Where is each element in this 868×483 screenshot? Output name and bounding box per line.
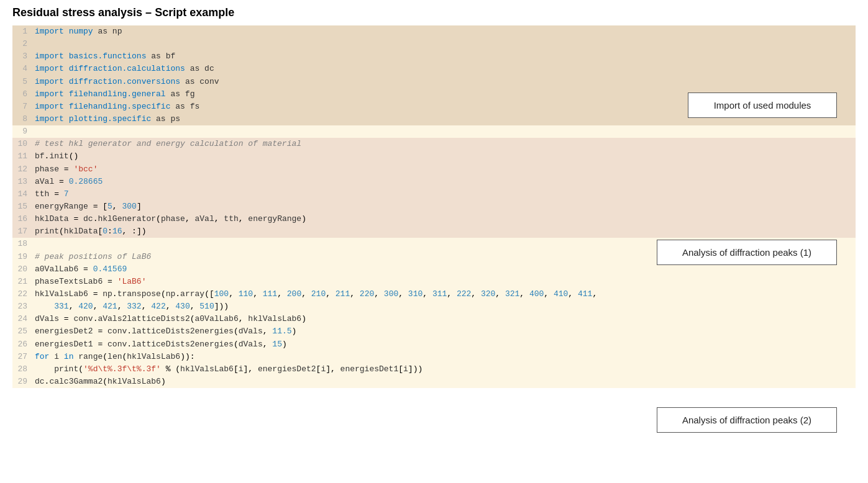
line-code: dc.calc3Gamma2(hklValsLab6): [32, 376, 856, 388]
annotation-analysis2: Analysis of diffraction peaks (2): [657, 407, 837, 433]
line-number: 13: [12, 176, 32, 188]
table-row: 2: [12, 38, 856, 50]
line-code: hklData = dc.hklGenerator(phase, aVal, t…: [32, 213, 856, 225]
table-row: 29dc.calc3Gamma2(hklValsLab6): [12, 376, 856, 388]
table-row: 23 331, 420, 421, 332, 422, 430, 510])): [12, 300, 856, 313]
line-code: phaseTextsLab6 = 'LaB6': [32, 276, 856, 288]
line-code: bf.init(): [32, 150, 856, 163]
line-code: energiesDet2 = conv.latticeDists2energie…: [32, 325, 856, 338]
line-number: 3: [12, 50, 32, 63]
table-row: 11bf.init(): [12, 150, 856, 163]
code-table: 1import numpy as np2 3import basics.func…: [12, 25, 856, 388]
line-code: import diffraction.conversions as conv: [32, 76, 856, 88]
table-row: 3import basics.functions as bf: [12, 50, 856, 63]
line-number: 14: [12, 188, 32, 201]
table-row: 26energiesDet1 = conv.latticeDists2energ…: [12, 338, 856, 351]
line-number: 19: [12, 251, 32, 263]
line-number: 9: [12, 125, 32, 138]
table-row: 1import numpy as np: [12, 25, 856, 38]
line-number: 21: [12, 276, 32, 288]
table-row: 17print(hklData[0:16, :]): [12, 225, 856, 238]
line-code: phase = 'bcc': [32, 163, 856, 176]
table-row: 28 print('%d\t%.3f\t%.3f' % (hklValsLab6…: [12, 363, 856, 376]
line-number: 7: [12, 101, 32, 113]
line-code: import numpy as np: [32, 25, 856, 38]
page-title: Residual stress analysis – Script exampl…: [12, 6, 856, 19]
line-code: [32, 125, 856, 138]
line-number: 2: [12, 38, 32, 50]
table-row: 16hklData = dc.hklGenerator(phase, aVal,…: [12, 213, 856, 225]
line-code: tth = 7: [32, 188, 856, 201]
line-number: 29: [12, 376, 32, 388]
line-number: 6: [12, 88, 32, 101]
table-row: 25energiesDet2 = conv.latticeDists2energ…: [12, 325, 856, 338]
line-number: 10: [12, 138, 32, 150]
table-row: 10# test hkl generator and energy calcul…: [12, 138, 856, 150]
line-number: 26: [12, 338, 32, 351]
line-code: for i in range(len(hklValsLab6)):: [32, 351, 856, 363]
table-row: 14tth = 7: [12, 188, 856, 201]
line-code: print(hklData[0:16, :]): [32, 225, 856, 238]
line-number: 28: [12, 363, 32, 376]
line-number: 5: [12, 76, 32, 88]
line-code: energyRange = [5, 300]: [32, 201, 856, 213]
line-code: aVal = 0.28665: [32, 176, 856, 188]
line-number: 8: [12, 113, 32, 125]
line-number: 4: [12, 63, 32, 75]
table-row: 21phaseTextsLab6 = 'LaB6': [12, 276, 856, 288]
line-number: 25: [12, 325, 32, 338]
line-code: print('%d\t%.3f\t%.3f' % (hklValsLab6[i]…: [32, 363, 856, 376]
annotation-analysis1: Analysis of diffraction peaks (1): [657, 240, 837, 265]
line-number: 12: [12, 163, 32, 176]
table-row: 15energyRange = [5, 300]: [12, 201, 856, 213]
table-row: 9: [12, 125, 856, 138]
line-number: 20: [12, 263, 32, 276]
line-number: 11: [12, 150, 32, 163]
line-code: # test hkl generator and energy calculat…: [32, 138, 856, 150]
table-row: 13aVal = 0.28665: [12, 176, 856, 188]
annotation-import: Import of used modules: [688, 93, 837, 118]
line-code: import basics.functions as bf: [32, 50, 856, 63]
line-code: [32, 38, 856, 50]
line-number: 18: [12, 238, 32, 250]
line-number: 17: [12, 225, 32, 238]
table-row: 5import diffraction.conversions as conv: [12, 76, 856, 88]
line-number: 22: [12, 288, 32, 300]
table-row: 22hklValsLab6 = np.transpose(np.array([1…: [12, 288, 856, 300]
line-code: hklValsLab6 = np.transpose(np.array([100…: [32, 288, 856, 300]
line-number: 24: [12, 313, 32, 325]
line-number: 1: [12, 25, 32, 38]
table-row: 24dVals = conv.aVals2latticeDists2(a0Val…: [12, 313, 856, 325]
line-number: 23: [12, 300, 32, 313]
line-code: import diffraction.calculations as dc: [32, 63, 856, 75]
table-row: 4import diffraction.calculations as dc: [12, 63, 856, 75]
line-number: 15: [12, 201, 32, 213]
line-code: 331, 420, 421, 332, 422, 430, 510])): [32, 300, 856, 313]
line-code: dVals = conv.aVals2latticeDists2(a0ValLa…: [32, 313, 856, 325]
table-row: 12phase = 'bcc': [12, 163, 856, 176]
line-code: energiesDet1 = conv.latticeDists2energie…: [32, 338, 856, 351]
line-number: 27: [12, 351, 32, 363]
line-number: 16: [12, 213, 32, 225]
table-row: 27for i in range(len(hklValsLab6)):: [12, 351, 856, 363]
